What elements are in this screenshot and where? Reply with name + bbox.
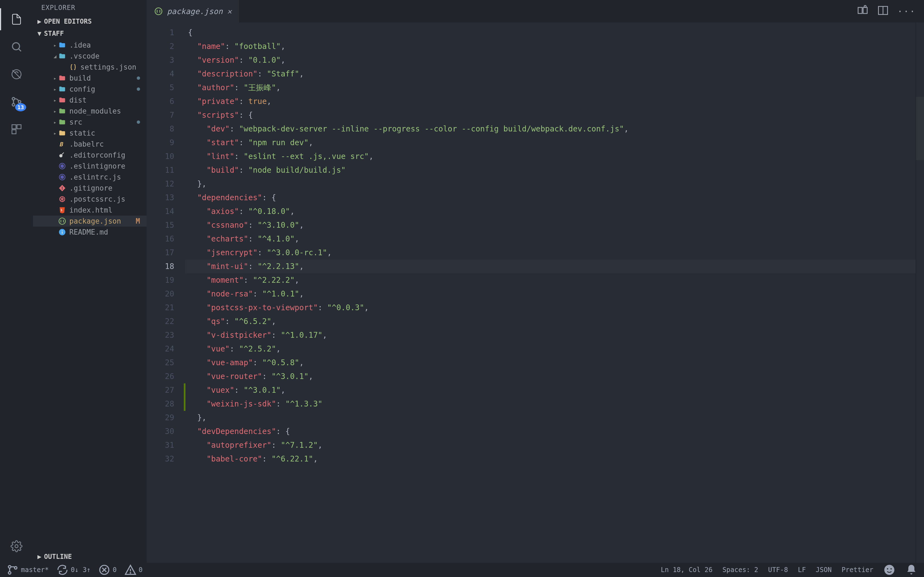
code-content[interactable]: { "name": "football", "version": "0.1.0"… — [185, 23, 916, 563]
tree-item--idea[interactable]: ▸.idea — [33, 40, 147, 51]
cursor-position[interactable]: Ln 18, Col 26 — [661, 566, 713, 574]
svg-point-29 — [864, 5, 866, 7]
line-number: 23 — [147, 328, 174, 342]
tree-item--editorconfig[interactable]: .editorconfig — [33, 150, 147, 161]
npm-file-icon — [58, 217, 66, 225]
tree-item-build[interactable]: ▸build — [33, 73, 147, 84]
code-line: "vue-amap": "^0.5.8", — [185, 356, 916, 370]
code-line: }, — [185, 411, 916, 425]
code-line: "name": "football", — [185, 40, 916, 53]
language-status[interactable]: JSON — [816, 566, 832, 574]
tree-item-index-html[interactable]: 5index.html — [33, 205, 147, 216]
encoding-status[interactable]: UTF-8 — [768, 566, 788, 574]
notifications-icon[interactable] — [905, 564, 918, 576]
svg-point-41 — [887, 568, 888, 570]
tree-item--eslintrc-js[interactable]: .eslintrc.js — [33, 172, 147, 183]
tree-item--eslintignore[interactable]: .eslintignore — [33, 161, 147, 172]
split-editor-icon[interactable] — [877, 5, 889, 18]
tree-item-label: README.md — [69, 228, 143, 236]
chevron-icon: ▸ — [52, 119, 58, 125]
tree-item--vscode[interactable]: ◢.vscode — [33, 51, 147, 61]
error-count: 0 — [113, 566, 116, 574]
workspace-section[interactable]: ▼STAFF — [33, 27, 147, 40]
tree-item-label: .gitignore — [69, 184, 143, 192]
minimap[interactable] — [916, 23, 924, 563]
formatter-status[interactable]: Prettier — [842, 566, 873, 574]
svg-point-5 — [12, 103, 15, 106]
tree-item-label: static — [69, 129, 143, 137]
code-line: "start": "npm run dev", — [185, 136, 916, 150]
code-line: "scripts": { — [185, 108, 916, 122]
explorer-icon[interactable] — [8, 11, 25, 27]
tree-item--postcssrc-js[interactable]: .postcssrc.js — [33, 193, 147, 205]
eslint-file-icon — [58, 162, 66, 170]
tree-item-dist[interactable]: ▸dist — [33, 95, 147, 106]
errors-status[interactable]: 0 — [98, 564, 116, 576]
editorconfig-file-icon — [58, 151, 66, 159]
outline-section[interactable]: ▶OUTLINE — [33, 551, 147, 563]
info-file-icon — [58, 228, 66, 236]
tree-item-node-modules[interactable]: ▸node_modules — [33, 106, 147, 117]
tree-item-config[interactable]: ▸config — [33, 84, 147, 95]
code-line: "dev": "webpack-dev-server --inline --pr… — [185, 122, 916, 136]
open-editors-section[interactable]: ▶OPEN EDITORS — [33, 15, 147, 27]
line-number: 17 — [147, 246, 174, 259]
line-number: 9 — [147, 136, 174, 150]
tree-item-label: build — [69, 74, 137, 82]
indent-status[interactable]: Spaces: 2 — [722, 566, 758, 574]
sync-status[interactable]: 0↓ 3↑ — [57, 564, 90, 576]
git-branch[interactable]: master* — [6, 564, 49, 576]
tree-item-label: .eslintignore — [69, 162, 143, 170]
minimap-thumb[interactable] — [916, 97, 924, 160]
eol-status[interactable]: LF — [798, 566, 806, 574]
svg-point-26 — [155, 8, 162, 15]
scm-icon[interactable]: 13 — [8, 93, 25, 110]
line-number: 22 — [147, 314, 174, 328]
chevron-icon: ◢ — [52, 53, 58, 59]
code-line: "description": "Staff", — [185, 67, 916, 81]
feedback-icon[interactable] — [883, 564, 895, 576]
compare-changes-icon[interactable] — [856, 5, 869, 18]
tree-item--gitignore[interactable]: .gitignore — [33, 183, 147, 193]
extensions-icon[interactable] — [8, 121, 25, 137]
tree-item-label: config — [69, 85, 137, 93]
code-line: "jsencrypt": "^3.0.0-rc.1", — [185, 246, 916, 259]
tab-bar: package.json ✕ ··· — [147, 0, 924, 23]
tree-item-label: settings.json — [80, 63, 143, 71]
line-number: 15 — [147, 218, 174, 232]
svg-point-33 — [8, 572, 11, 574]
search-icon[interactable] — [8, 39, 25, 55]
close-icon[interactable]: ✕ — [227, 7, 232, 16]
line-number: 20 — [147, 287, 174, 301]
line-number: 11 — [147, 163, 174, 177]
code-line: "v-distpicker": "^1.0.17", — [185, 328, 916, 342]
code-line: "vue": "^2.5.2", — [185, 342, 916, 356]
svg-rect-27 — [858, 7, 862, 13]
tree-item-readme-md[interactable]: README.md — [33, 227, 147, 238]
code-line: "moment": "^2.22.2", — [185, 273, 916, 287]
code-line: "lint": "eslint --ext .js,.vue src", — [185, 150, 916, 163]
line-number: 27 — [147, 384, 174, 397]
line-number: 12 — [147, 177, 174, 191]
tree-item-label: .babelrc — [69, 140, 143, 148]
more-actions-icon[interactable]: ··· — [897, 6, 916, 17]
chevron-icon: ▸ — [52, 131, 58, 136]
sync-counts: 0↓ 3↑ — [71, 566, 90, 574]
tree-item--babelrc[interactable]: B.babelrc — [33, 139, 147, 150]
tree-item-settings-json[interactable]: settings.json — [33, 61, 147, 73]
modified-dot-icon — [137, 121, 140, 124]
line-number: 3 — [147, 53, 174, 67]
warnings-status[interactable]: 0 — [124, 564, 142, 576]
code-line: "autoprefixer": "^7.1.2", — [185, 438, 916, 452]
tree-item-static[interactable]: ▸static — [33, 127, 147, 139]
line-number: 26 — [147, 370, 174, 384]
tab-package-json[interactable]: package.json ✕ — [147, 0, 240, 23]
folder-icon — [58, 74, 66, 82]
svg-line-1 — [19, 49, 21, 51]
json-file-icon — [69, 63, 78, 71]
tree-item-src[interactable]: ▸src — [33, 117, 147, 127]
debug-icon[interactable] — [8, 66, 25, 82]
tree-item-label: .vscode — [69, 52, 143, 60]
tree-item-package-json[interactable]: package.jsonM — [33, 216, 147, 227]
settings-gear-icon[interactable] — [8, 538, 25, 554]
